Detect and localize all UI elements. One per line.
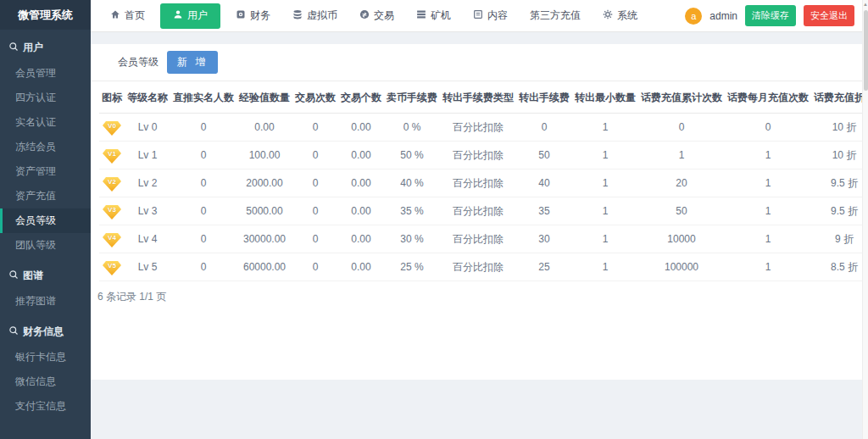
table-row: V0 Lv 0 0 0.00 0 0.00 0 % 百分比扣除 0 1 0 0 xyxy=(99,114,868,142)
nav-item-label: 系统 xyxy=(617,8,637,23)
finance-icon xyxy=(236,9,246,22)
cell-transfer-fee: 30 xyxy=(516,225,572,253)
sidebar-section-graph[interactable]: 图谱 xyxy=(0,258,91,289)
logout-button[interactable]: 安全退出 xyxy=(804,5,854,26)
sidebar-section-users[interactable]: 用户 xyxy=(0,30,91,61)
col-header-transfer-fee-type: 转出手续费类型 xyxy=(440,83,516,114)
sidebar-item-member-level[interactable]: 会员等级 xyxy=(0,208,91,233)
gem-label: V3 xyxy=(108,205,116,214)
sidebar-item-member-manage[interactable]: 会员管理 xyxy=(0,61,91,86)
col-header-trade-times: 交易次数 xyxy=(292,83,338,114)
scrollbar-thumb[interactable] xyxy=(864,10,868,91)
cell-exp-amount: 100.00 xyxy=(236,142,292,169)
table-row: V3 Lv 3 0 5000.00 0 0.00 35 % 百分比扣除 35 1… xyxy=(99,197,868,225)
sidebar-item-team-level[interactable]: 团队等级 xyxy=(0,233,91,258)
avatar[interactable]: a xyxy=(685,8,702,25)
nav-item-label: 财务 xyxy=(250,8,270,23)
level-gem-icon: V2 xyxy=(103,177,121,192)
nav-item-home[interactable]: 首页 xyxy=(99,0,156,32)
cell-transfer-fee: 25 xyxy=(516,253,572,281)
cell-phone-month-times: 1 xyxy=(725,169,811,197)
clear-cache-button[interactable]: 清除缓存 xyxy=(745,5,796,26)
cell-transfer-min: 1 xyxy=(572,142,638,169)
nav-item-virtual-coin[interactable]: 虚拟币 xyxy=(281,0,348,32)
cell-transfer-fee-type: 百分比扣除 xyxy=(440,225,516,253)
cell-transfer-fee: 40 xyxy=(516,169,572,197)
add-button[interactable]: 新 增 xyxy=(167,51,218,74)
cell-trade-times: 0 xyxy=(292,197,338,225)
cell-exp-amount: 0.00 xyxy=(236,114,292,142)
cell-sell-fee: 50 % xyxy=(384,142,440,169)
col-header-trade-count: 交易个数 xyxy=(338,83,384,114)
gem-label: V0 xyxy=(108,121,116,131)
table-row: V4 Lv 4 0 30000.00 0 0.00 30 % 百分比扣除 30 … xyxy=(99,225,868,253)
col-header-level-name: 等级名称 xyxy=(125,83,170,114)
cell-phone-discount: 9 折 xyxy=(811,225,868,253)
magnifier-icon xyxy=(8,325,19,338)
table-header-row: 图标 等级名称 直推实名人数 经验值数量 交易次数 交易个数 卖币手续费 转出手… xyxy=(99,83,868,114)
level-gem-icon: V1 xyxy=(103,149,121,164)
main-area: 首页 用户 财务 虚拟币 交易 矿机 xyxy=(91,0,868,439)
col-header-exp-amount: 经验值数量 xyxy=(236,83,292,114)
col-header-phone-total-times: 话费充值累计次数 xyxy=(638,83,725,114)
cell-sell-fee: 40 % xyxy=(384,169,440,197)
sidebar-section-label: 财务信息 xyxy=(23,325,64,339)
sidebar-section-finance-info[interactable]: 财务信息 xyxy=(0,314,91,345)
cell-transfer-fee: 50 xyxy=(516,142,572,169)
nav-item-finance[interactable]: 财务 xyxy=(225,0,281,32)
cell-phone-month-times: 1 xyxy=(725,197,811,225)
nav-item-miner[interactable]: 矿机 xyxy=(405,0,462,32)
sidebar-item-asset-manage[interactable]: 资产管理 xyxy=(0,159,91,184)
user-icon xyxy=(173,9,183,22)
nav-item-thirdparty-recharge[interactable]: 第三方充值 xyxy=(519,0,592,32)
navbar-user-area[interactable]: a admin 清除缓存 安全退出 xyxy=(685,5,868,26)
nav-item-content[interactable]: 内容 xyxy=(462,0,519,32)
cell-phone-discount: 10 折 xyxy=(811,142,868,169)
sidebar-item-recommend-graph[interactable]: 推荐图谱 xyxy=(0,289,91,314)
cell-exp-amount: 30000.00 xyxy=(236,225,292,253)
username: admin xyxy=(709,10,737,22)
gem-label: V4 xyxy=(108,233,116,242)
cell-phone-month-times: 0 xyxy=(725,114,811,142)
level-gem-icon: V0 xyxy=(103,121,121,136)
sidebar-item-bankcard-info[interactable]: 银行卡信息 xyxy=(0,345,91,370)
sidebar-item-wechat-info[interactable]: 微信信息 xyxy=(0,370,91,394)
scrollbar[interactable]: ▲ xyxy=(862,0,868,439)
table-row: V2 Lv 2 0 2000.00 0 0.00 40 % 百分比扣除 40 1… xyxy=(99,169,868,197)
cell-transfer-fee: 0 xyxy=(516,114,572,142)
cell-phone-total-times: 10000 xyxy=(638,225,725,253)
cell-phone-month-times: 1 xyxy=(725,253,811,281)
sidebar-item-asset-recharge[interactable]: 资产充值 xyxy=(0,184,91,208)
page-title: 会员等级 xyxy=(118,55,159,69)
nav-item-system[interactable]: 系统 xyxy=(592,0,648,32)
cell-phone-month-times: 1 xyxy=(725,142,811,169)
sidebar-item-alipay-info[interactable]: 支付宝信息 xyxy=(0,394,91,419)
col-header-transfer-fee: 转出手续费 xyxy=(516,83,572,114)
sidebar-item-realname-auth[interactable]: 实名认证 xyxy=(0,110,91,135)
col-header-sell-fee: 卖币手续费 xyxy=(384,83,440,114)
scroll-up-arrow[interactable]: ▲ xyxy=(863,0,868,8)
cell-sell-fee: 0 % xyxy=(384,114,440,142)
content-icon xyxy=(473,9,483,22)
cell-transfer-min: 1 xyxy=(572,197,638,225)
cell-exp-amount: 60000.00 xyxy=(236,253,292,281)
nav-item-label: 交易 xyxy=(374,8,394,23)
cell-trade-times: 0 xyxy=(292,225,338,253)
cell-phone-total-times: 100000 xyxy=(638,253,725,281)
sidebar-item-frozen-members[interactable]: 冻结会员 xyxy=(0,135,91,159)
nav-item-users[interactable]: 用户 xyxy=(160,3,220,29)
level-gem-icon: V5 xyxy=(103,261,121,275)
cell-trade-times: 0 xyxy=(292,114,338,142)
member-level-table: 图标 等级名称 直推实名人数 经验值数量 交易次数 交易个数 卖币手续费 转出手… xyxy=(99,83,868,281)
sidebar: 微管理系统 用户 会员管理 四方认证 实名认证 冻结会员 资产管理 资产充值 会… xyxy=(0,0,91,439)
cell-transfer-min: 1 xyxy=(572,253,638,281)
cell-level-name: Lv 2 xyxy=(125,169,170,197)
sidebar-item-fourparty-auth[interactable]: 四方认证 xyxy=(0,86,91,110)
table-row: V5 Lv 5 0 60000.00 0 0.00 25 % 百分比扣除 25 … xyxy=(99,253,868,281)
cell-direct-real-count: 0 xyxy=(170,142,236,169)
miner-icon xyxy=(416,9,426,22)
nav-item-trade[interactable]: 交易 xyxy=(348,0,405,32)
cell-level-name: Lv 5 xyxy=(125,253,170,281)
cell-sell-fee: 30 % xyxy=(384,225,440,253)
col-header-transfer-min: 转出最小数量 xyxy=(572,83,638,114)
